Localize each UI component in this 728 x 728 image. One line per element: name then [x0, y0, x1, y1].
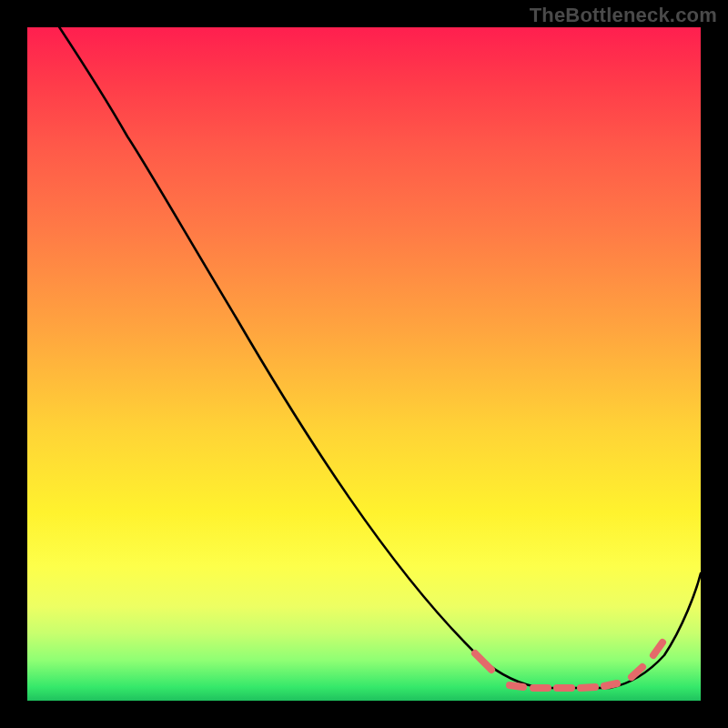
curve-path [55, 27, 701, 688]
svg-line-5 [604, 683, 617, 686]
watermark-text: TheBottleneck.com [530, 4, 717, 27]
chart-frame: TheBottleneck.com [0, 0, 728, 728]
bottleneck-curve [27, 27, 701, 701]
svg-line-4 [581, 687, 595, 688]
svg-line-7 [653, 642, 662, 655]
plot-area [27, 27, 701, 701]
svg-line-1 [510, 685, 523, 687]
curve-markers [475, 642, 662, 688]
svg-line-0 [475, 653, 491, 670]
